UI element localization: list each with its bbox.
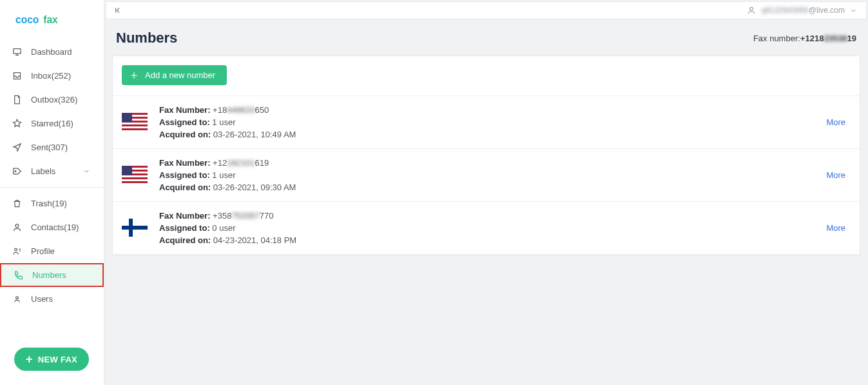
numbers-card: Add a new number Fax Number: +1844963365…	[112, 55, 860, 255]
sent-icon	[12, 142, 22, 152]
row-assigned: Assigned to: 0 user	[159, 223, 826, 233]
trash-icon	[12, 198, 22, 208]
sidebar-item-label: Inbox(252)	[31, 71, 92, 81]
collapse-sidebar-button[interactable]	[111, 5, 123, 16]
label-icon	[12, 166, 22, 176]
row-fax-number: Fax Number: +12182101619	[159, 158, 826, 168]
sidebar-item-label: Dashboard	[31, 47, 92, 57]
sidebar-item-label: Sent(307)	[31, 143, 92, 152]
page-title: Numbers	[116, 30, 177, 46]
chevron-down-icon	[83, 168, 92, 175]
sidebar-item-label: Contacts(19)	[31, 222, 92, 232]
dashboard-icon	[12, 46, 22, 57]
sidebar-item-profile[interactable]: Profile	[0, 239, 104, 263]
chevron-down-icon	[850, 7, 857, 14]
new-fax-label: NEW FAX	[38, 355, 77, 364]
sidebar-item-label: Outbox(326)	[31, 95, 92, 104]
sidebar-separator	[0, 187, 104, 188]
svg-point-4	[15, 224, 19, 227]
svg-rect-12	[122, 124, 148, 126]
sidebar-item-label: Numbers	[32, 270, 91, 280]
more-link[interactable]: More	[826, 223, 845, 233]
sidebar-item-contacts[interactable]: Contacts(19)	[0, 215, 104, 239]
current-fax-number: Fax number:+12182353819	[753, 34, 856, 43]
sidebar-item-label: Users	[31, 294, 92, 304]
svg-rect-20	[122, 181, 148, 183]
sidebar-item-trash[interactable]: Trash(19)	[0, 192, 104, 215]
main: q9132943955@live.com Numbers Fax number:…	[104, 0, 868, 385]
plus-icon	[130, 71, 139, 80]
add-number-label: Add a new number	[145, 70, 215, 80]
flag-us-icon	[122, 113, 148, 131]
sidebar-item-label: Starred(16)	[31, 119, 92, 128]
svg-rect-14	[122, 113, 132, 123]
row-acquired: Acquired on: 03-26-2021, 09:30 AM	[159, 183, 826, 192]
more-link[interactable]: More	[826, 170, 845, 180]
svg-rect-19	[122, 177, 148, 179]
sidebar-item-users[interactable]: Users	[0, 287, 104, 311]
sidebar-item-numbers[interactable]: Numbers	[0, 263, 104, 287]
number-row: Fax Number: +358753357770 Assigned to: 0…	[113, 202, 860, 255]
svg-text:coco: coco	[15, 14, 39, 25]
svg-point-6	[15, 296, 18, 299]
inbox-icon	[12, 70, 22, 81]
phone-icon	[13, 270, 23, 280]
add-number-button[interactable]: Add a new number	[122, 65, 227, 85]
svg-rect-24	[129, 219, 133, 237]
brand-logo[interactable]: coco fax	[0, 0, 104, 36]
sidebar-item-outbox[interactable]: Outbox(326)	[0, 88, 104, 112]
sidebar: coco fax Dashboard Inbox(252) Outbox(326…	[0, 0, 104, 385]
svg-rect-2	[13, 48, 20, 54]
sidebar-item-label: Labels	[31, 166, 74, 176]
new-fax-button[interactable]: + NEW FAX	[14, 348, 89, 371]
sidebar-item-starred[interactable]: Starred(16)	[0, 112, 104, 135]
sidebar-item-dashboard[interactable]: Dashboard	[0, 40, 104, 64]
svg-point-7	[750, 7, 753, 10]
page-header: Numbers Fax number:+12182353819	[104, 19, 868, 55]
more-link[interactable]: More	[826, 117, 845, 127]
action-bar: Add a new number	[113, 56, 860, 96]
sidebar-item-sent[interactable]: Sent(307)	[0, 135, 104, 159]
row-assigned: Assigned to: 1 user	[159, 170, 826, 180]
flag-fi-icon	[122, 219, 148, 237]
user-email: q9132943955@live.com	[761, 6, 845, 15]
svg-point-3	[15, 170, 16, 172]
row-fax-number: Fax Number: +358753357770	[159, 211, 826, 221]
sidebar-item-inbox[interactable]: Inbox(252)	[0, 64, 104, 88]
svg-rect-21	[122, 166, 132, 175]
sidebar-item-label: Trash(19)	[31, 199, 92, 208]
sidebar-nav: Dashboard Inbox(252) Outbox(326) Starred…	[0, 36, 104, 337]
topbar: q9132943955@live.com	[106, 1, 867, 19]
contacts-icon	[12, 222, 22, 232]
users-icon	[12, 293, 22, 304]
row-fax-number: Fax Number: +18449633650	[159, 105, 826, 115]
outbox-icon	[12, 94, 22, 104]
flag-us-icon	[122, 166, 148, 184]
svg-point-5	[14, 248, 17, 251]
sidebar-item-label: Profile	[31, 246, 92, 256]
user-icon	[747, 6, 756, 15]
user-menu[interactable]: q9132943955@live.com	[747, 6, 857, 15]
plus-icon: +	[26, 353, 33, 365]
row-acquired: Acquired on: 03-26-2021, 10:49 AM	[159, 130, 826, 139]
numbers-list: Fax Number: +18449633650 Assigned to: 1 …	[113, 96, 860, 255]
row-assigned: Assigned to: 1 user	[159, 117, 826, 127]
number-row: Fax Number: +18449633650 Assigned to: 1 …	[113, 96, 860, 149]
svg-rect-23	[122, 226, 148, 230]
number-row: Fax Number: +12182101619 Assigned to: 1 …	[113, 149, 860, 202]
profile-icon	[12, 246, 22, 256]
row-acquired: Acquired on: 04-23-2021, 04:18 PM	[159, 235, 826, 245]
svg-rect-13	[122, 128, 148, 130]
star-icon	[12, 118, 22, 128]
sidebar-item-labels[interactable]: Labels	[0, 159, 104, 183]
svg-text:fax: fax	[43, 14, 58, 25]
